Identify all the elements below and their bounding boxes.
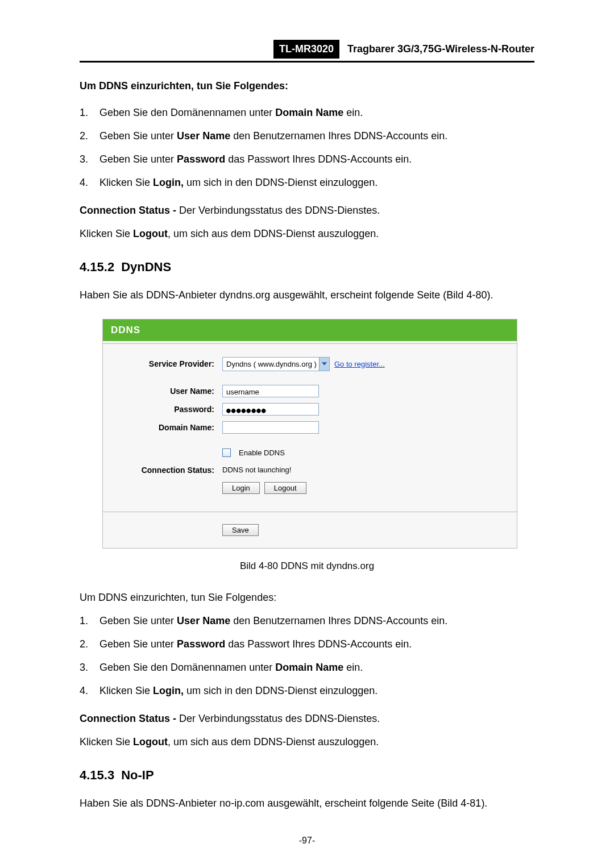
password-input[interactable]: ●●●●●●●●: [222, 403, 319, 416]
model-description: Tragbarer 3G/3,75G-Wireless-N-Router: [339, 41, 534, 57]
section-title: No-IP: [121, 768, 154, 782]
text: Geben Sie unter: [99, 130, 177, 142]
document-header: TL-MR3020 Tragbarer 3G/3,75G-Wireless-N-…: [80, 40, 534, 63]
label-username: User Name:: [114, 385, 222, 397]
bold-term: User Name: [177, 130, 230, 142]
bold-term: User Name: [177, 615, 230, 626]
list-item: 2. Geben Sie unter User Name den Benutze…: [80, 128, 534, 144]
connection-status-value: DDNS not launching!: [222, 464, 291, 476]
panel-body: Service Provider: Dyndns ( www.dyndns.or…: [103, 346, 517, 509]
figure-caption: Bild 4-80 DDNS mit dyndns.org: [80, 559, 534, 574]
bold-term: Domain Name: [275, 107, 343, 118]
label-service-provider: Service Provider:: [114, 358, 222, 370]
list-item: 4. Klicken Sie Login, um sich in den DDN…: [80, 683, 534, 699]
field-service-provider: Dyndns ( www.dyndns.org ) Go to register…: [222, 357, 385, 372]
username-input[interactable]: username: [222, 385, 319, 397]
text: den Benutzernamen Ihres DDNS-Accounts ei…: [230, 130, 447, 142]
list-item: 1. Geben Sie unter User Name den Benutze…: [80, 613, 534, 629]
text: ein.: [343, 662, 363, 673]
bold-term: Logout: [133, 736, 168, 747]
section-number: 4.15.2: [80, 260, 114, 274]
service-provider-select[interactable]: Dyndns ( www.dyndns.org ): [222, 357, 330, 372]
section-heading-noip: 4.15.3No-IP: [80, 766, 534, 784]
row-password: Password: ●●●●●●●●: [103, 400, 517, 418]
text: Der Verbindungsstatus des DDNS-Dienstes.: [179, 205, 380, 216]
ddns-figure: DDNS Service Provider: Dyndns ( www.dynd…: [102, 319, 517, 549]
panel-footer: Save: [103, 514, 517, 548]
row-login-logout: Login Logout: [103, 479, 517, 497]
label-connection-status: Connection Status:: [114, 464, 222, 476]
list-item: 2. Geben Sie unter Password das Passwort…: [80, 637, 534, 652]
text: um sich in den DDNS-Dienst einzuloggen.: [184, 177, 377, 188]
logout-para-1: Klicken Sie Logout, um sich aus dem DDNS…: [80, 226, 534, 242]
row-enable-ddns: Enable DDNS: [103, 445, 517, 462]
bold-term: Connection Status -: [80, 205, 179, 216]
section-title: DynDNS: [121, 260, 171, 274]
ddns-setup-list-2: 1. Geben Sie unter User Name den Benutze…: [80, 613, 534, 699]
text: Klicken Sie: [80, 736, 133, 747]
bold-term: Password: [177, 153, 225, 165]
list-number: 3.: [80, 152, 97, 167]
row-connection-status: Connection Status: DDNS not launching!: [103, 462, 517, 479]
login-button[interactable]: Login: [222, 482, 260, 494]
label-password: Password:: [114, 404, 222, 416]
list-item: 3. Geben Sie den Domänennamen unter Doma…: [80, 660, 534, 675]
list-item: 3. Geben Sie unter Password das Passwort…: [80, 152, 534, 167]
text: , um sich aus dem DDNS-Dienst auszulogge…: [168, 228, 379, 239]
enable-ddns-label: Enable DDNS: [239, 447, 285, 459]
divider: [103, 343, 517, 344]
list-number: 4.: [80, 683, 97, 699]
ddns-setup-heading-2: Um DDNS einzurichten, tun Sie Folgendes:: [80, 590, 534, 605]
text: Klicken Sie: [99, 685, 153, 696]
divider: [103, 512, 517, 512]
ddns-setup-list-1: 1. Geben Sie den Domänennamen unter Doma…: [80, 105, 534, 190]
dyndns-intro-para: Haben Sie als DDNS-Anbieter dyndns.org a…: [80, 288, 534, 303]
text: , um sich aus dem DDNS-Dienst auszulogge…: [168, 736, 379, 747]
row-save: Save: [103, 521, 517, 539]
list-item: 4. Klicken Sie Login, um sich in den DDN…: [80, 175, 534, 190]
text: Geben Sie unter: [99, 638, 177, 650]
label-domain: Domain Name:: [114, 422, 222, 434]
text: Geben Sie den Domänennamen unter: [99, 662, 275, 673]
list-number: 1.: [80, 613, 97, 629]
text: Klicken Sie: [99, 177, 153, 188]
list-number: 3.: [80, 660, 97, 675]
logout-para-2: Klicken Sie Logout, um sich aus dem DDNS…: [80, 734, 534, 750]
select-value: Dyndns ( www.dyndns.org ): [226, 360, 317, 368]
list-number: 2.: [80, 637, 97, 652]
bold-term: Login,: [153, 685, 184, 696]
connection-status-para-2: Connection Status - Der Verbindungsstatu…: [80, 711, 534, 726]
list-number: 1.: [80, 105, 97, 121]
list-item: 1. Geben Sie den Domänennamen unter Doma…: [80, 105, 534, 121]
panel-title: DDNS: [103, 319, 517, 341]
text: das Passwort Ihres DDNS-Accounts ein.: [225, 153, 412, 165]
text: um sich in den DDNS-Dienst einzuloggen.: [184, 685, 377, 696]
ddns-setup-heading-1: Um DDNS einzurichten, tun Sie Folgendes:: [80, 78, 534, 94]
text: Der Verbindungsstatus des DDNS-Dienstes.: [179, 713, 380, 724]
text: den Benutzernamen Ihres DDNS-Accounts ei…: [230, 615, 447, 626]
connection-status-para-1: Connection Status - Der Verbindungsstatu…: [80, 203, 534, 218]
text: ein.: [343, 107, 363, 118]
page-number: -97-: [80, 834, 534, 848]
row-domain: Domain Name:: [103, 418, 517, 437]
list-number: 4.: [80, 175, 97, 190]
bold-term: Login,: [153, 177, 184, 188]
save-button[interactable]: Save: [222, 524, 259, 536]
enable-ddns-checkbox[interactable]: [222, 448, 231, 457]
ddns-panel: DDNS Service Provider: Dyndns ( www.dynd…: [102, 319, 517, 549]
text: Klicken Sie: [80, 228, 133, 239]
go-to-register-link[interactable]: Go to register...: [334, 359, 385, 370]
section-heading-dyndns: 4.15.2DynDNS: [80, 258, 534, 276]
text: das Passwort Ihres DDNS-Accounts ein.: [225, 638, 412, 650]
noip-intro-para: Haben Sie als DDNS-Anbieter no-ip.com au…: [80, 796, 534, 811]
logout-button[interactable]: Logout: [264, 482, 306, 494]
model-badge: TL-MR3020: [273, 40, 339, 59]
chevron-down-icon: [319, 358, 329, 371]
domain-name-input[interactable]: [222, 421, 319, 434]
section-number: 4.15.3: [80, 768, 114, 782]
bold-term: Password: [177, 638, 225, 650]
bold-term: Domain Name: [275, 662, 343, 673]
row-service-provider: Service Provider: Dyndns ( www.dyndns.or…: [103, 354, 517, 375]
row-username: User Name: username: [103, 382, 517, 400]
bold-term: Logout: [133, 228, 168, 239]
